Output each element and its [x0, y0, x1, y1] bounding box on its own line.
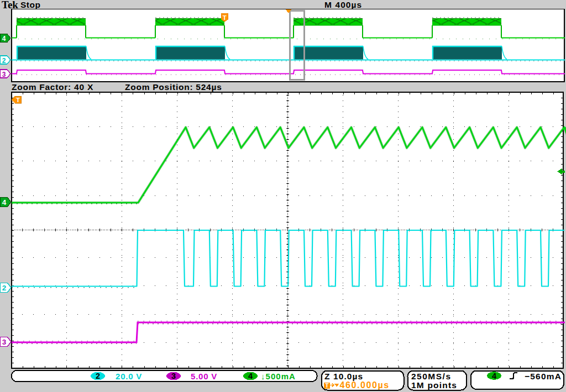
svg-text:T: T [223, 14, 227, 21]
svg-text:T: T [325, 382, 329, 389]
svg-text:4: 4 [492, 372, 496, 380]
svg-text:3: 3 [2, 338, 7, 346]
svg-text:250MS/s: 250MS/s [411, 372, 452, 381]
svg-text:Tek: Tek [2, 0, 18, 10]
svg-text:Z 10.0µs: Z 10.0µs [324, 372, 363, 381]
svg-text:1M points: 1M points [411, 380, 457, 390]
svg-text:4: 4 [2, 35, 6, 43]
svg-text:↓500mA: ↓500mA [261, 372, 296, 381]
svg-text:5.00 V: 5.00 V [191, 372, 217, 381]
svg-text:460.000µs: 460.000µs [340, 380, 390, 390]
svg-text:2: 2 [2, 57, 6, 65]
svg-text:3: 3 [171, 372, 176, 380]
svg-text:3: 3 [2, 71, 6, 78]
svg-text:4: 4 [248, 372, 253, 380]
svg-text:T: T [16, 97, 20, 103]
svg-text:−560mA: −560mA [525, 372, 562, 381]
svg-text:Stop: Stop [20, 0, 40, 9]
svg-text:Zoom Factor: 40 X: Zoom Factor: 40 X [12, 82, 93, 92]
svg-text:20.0 V: 20.0 V [116, 372, 142, 381]
svg-text:M 400µs: M 400µs [324, 0, 362, 9]
svg-text:2: 2 [96, 372, 100, 380]
svg-text:2: 2 [2, 284, 7, 292]
svg-text:4: 4 [2, 198, 7, 206]
svg-text:Zoom Position: 524µs: Zoom Position: 524µs [125, 82, 222, 92]
